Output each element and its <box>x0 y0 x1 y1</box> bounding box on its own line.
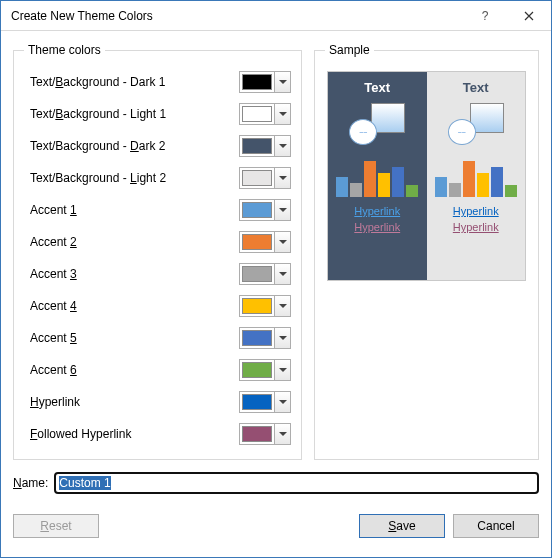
sample-group: Sample Text ~~ Hyperlink Hyperlink Text … <box>314 43 539 460</box>
chevron-down-icon <box>274 168 290 188</box>
color-row-2: Text/Background - Dark 2 <box>24 131 291 161</box>
chevron-down-icon <box>274 104 290 124</box>
color-picker-2[interactable] <box>239 135 291 157</box>
color-row-9: Accent 6 <box>24 355 291 385</box>
sample-dark-panel: Text ~~ Hyperlink Hyperlink <box>328 72 427 280</box>
color-swatch <box>242 394 272 410</box>
reset-button[interactable]: Reset <box>13 514 99 538</box>
sample-shapes-dark: ~~ <box>347 103 407 147</box>
color-label: Accent 1 <box>24 203 239 217</box>
chevron-down-icon <box>274 72 290 92</box>
color-swatch <box>242 74 272 90</box>
color-label: Accent 6 <box>24 363 239 377</box>
chevron-down-icon <box>274 424 290 444</box>
color-label: Accent 4 <box>24 299 239 313</box>
sample-light-panel: Text ~~ Hyperlink Hyperlink <box>427 72 526 280</box>
color-swatch <box>242 266 272 282</box>
sample-bar <box>491 167 503 197</box>
color-picker-4[interactable] <box>239 199 291 221</box>
color-row-11: Followed Hyperlink <box>24 419 291 449</box>
color-swatch <box>242 202 272 218</box>
color-row-3: Text/Background - Light 2 <box>24 163 291 193</box>
chevron-down-icon <box>274 200 290 220</box>
color-row-10: Hyperlink <box>24 387 291 417</box>
sample-bar <box>364 161 376 197</box>
color-picker-5[interactable] <box>239 231 291 253</box>
color-label: Text/Background - Light 2 <box>24 171 239 185</box>
name-input[interactable] <box>54 472 539 494</box>
color-swatch <box>242 426 272 442</box>
sample-bars-dark <box>336 153 418 197</box>
color-label: Followed Hyperlink <box>24 427 239 441</box>
sample-followed-dark: Hyperlink <box>354 219 400 235</box>
color-label: Text/Background - Dark 2 <box>24 139 239 153</box>
color-swatch <box>242 170 272 186</box>
color-picker-1[interactable] <box>239 103 291 125</box>
sample-legend: Sample <box>325 43 374 57</box>
theme-colors-legend: Theme colors <box>24 43 105 57</box>
color-row-0: Text/Background - Dark 1 <box>24 67 291 97</box>
color-picker-7[interactable] <box>239 295 291 317</box>
chevron-down-icon <box>274 392 290 412</box>
sample-shapes-light: ~~ <box>446 103 506 147</box>
color-picker-11[interactable] <box>239 423 291 445</box>
help-button[interactable]: ? <box>463 1 507 31</box>
color-row-8: Accent 5 <box>24 323 291 353</box>
color-row-6: Accent 3 <box>24 259 291 289</box>
sample-preview: Text ~~ Hyperlink Hyperlink Text ~~ Hype… <box>327 71 526 281</box>
color-row-7: Accent 4 <box>24 291 291 321</box>
color-picker-9[interactable] <box>239 359 291 381</box>
sample-hyperlink-light: Hyperlink <box>453 203 499 219</box>
color-picker-6[interactable] <box>239 263 291 285</box>
sample-bar <box>392 167 404 197</box>
close-icon <box>524 11 534 21</box>
sample-bar <box>449 183 461 197</box>
name-label: Name: <box>13 476 48 490</box>
color-swatch <box>242 362 272 378</box>
sample-bar <box>350 183 362 197</box>
save-button[interactable]: Save <box>359 514 445 538</box>
sample-text-light: Text <box>463 80 489 95</box>
sample-bars-light <box>435 153 517 197</box>
sample-bar <box>336 177 348 197</box>
chevron-down-icon <box>274 232 290 252</box>
chevron-down-icon <box>274 296 290 316</box>
sample-followed-light: Hyperlink <box>453 219 499 235</box>
sample-bar <box>505 185 517 197</box>
color-label: Hyperlink <box>24 395 239 409</box>
color-picker-8[interactable] <box>239 327 291 349</box>
color-row-4: Accent 1 <box>24 195 291 225</box>
color-row-1: Text/Background - Light 1 <box>24 99 291 129</box>
sample-bar <box>463 161 475 197</box>
close-button[interactable] <box>507 1 551 31</box>
color-picker-10[interactable] <box>239 391 291 413</box>
color-swatch <box>242 298 272 314</box>
color-swatch <box>242 330 272 346</box>
cancel-button[interactable]: Cancel <box>453 514 539 538</box>
color-label: Accent 2 <box>24 235 239 249</box>
color-row-5: Accent 2 <box>24 227 291 257</box>
sample-bar <box>378 173 390 197</box>
dialog-title: Create New Theme Colors <box>11 9 463 23</box>
color-label: Text/Background - Light 1 <box>24 107 239 121</box>
chevron-down-icon <box>274 360 290 380</box>
color-swatch <box>242 106 272 122</box>
sample-bar <box>435 177 447 197</box>
sample-bar <box>406 185 418 197</box>
color-swatch <box>242 234 272 250</box>
color-picker-3[interactable] <box>239 167 291 189</box>
chevron-down-icon <box>274 136 290 156</box>
chevron-down-icon <box>274 328 290 348</box>
sample-text-dark: Text <box>364 80 390 95</box>
sample-bar <box>477 173 489 197</box>
color-swatch <box>242 138 272 154</box>
color-picker-0[interactable] <box>239 71 291 93</box>
color-label: Text/Background - Dark 1 <box>24 75 239 89</box>
theme-colors-group: Theme colors Text/Background - Dark 1Tex… <box>13 43 302 460</box>
sample-hyperlink-dark: Hyperlink <box>354 203 400 219</box>
color-label: Accent 5 <box>24 331 239 345</box>
color-label: Accent 3 <box>24 267 239 281</box>
chevron-down-icon <box>274 264 290 284</box>
